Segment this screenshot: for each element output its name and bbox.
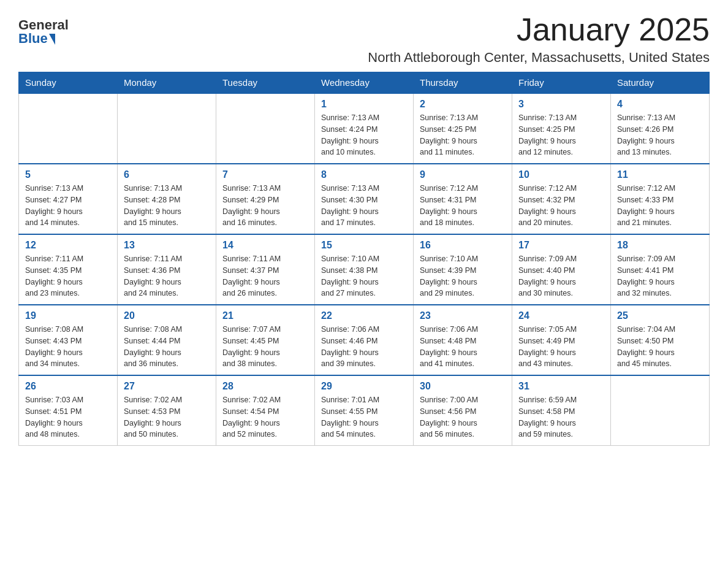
day-info: Sunrise: 7:13 AM Sunset: 4:28 PM Dayligh… [124,183,210,229]
day-number: 17 [518,240,604,251]
calendar-cell: 21Sunrise: 7:07 AM Sunset: 4:45 PM Dayli… [216,305,315,375]
weekday-header-thursday: Thursday [414,72,512,94]
day-number: 26 [25,381,111,392]
day-info: Sunrise: 7:02 AM Sunset: 4:54 PM Dayligh… [222,394,308,440]
day-info: Sunrise: 7:11 AM Sunset: 4:37 PM Dayligh… [222,253,308,299]
calendar-cell: 9Sunrise: 7:12 AM Sunset: 4:31 PM Daylig… [414,164,512,234]
page-title: January 2025 [81,12,710,47]
day-info: Sunrise: 7:09 AM Sunset: 4:40 PM Dayligh… [518,253,604,299]
calendar-table: SundayMondayTuesdayWednesdayThursdayFrid… [18,72,710,446]
day-number: 6 [124,169,210,180]
day-number: 3 [518,99,604,110]
calendar-cell: 17Sunrise: 7:09 AM Sunset: 4:40 PM Dayli… [512,234,611,305]
day-info: Sunrise: 7:05 AM Sunset: 4:49 PM Dayligh… [518,324,604,370]
day-info: Sunrise: 7:09 AM Sunset: 4:41 PM Dayligh… [617,253,703,299]
subtitle: North Attleborough Center, Massachusetts… [81,50,710,66]
day-number: 16 [420,240,506,251]
logo: General Blue [18,18,69,45]
day-number: 21 [222,310,308,321]
calendar-cell: 26Sunrise: 7:03 AM Sunset: 4:51 PM Dayli… [19,375,118,446]
day-info: Sunrise: 7:03 AM Sunset: 4:51 PM Dayligh… [25,394,111,440]
calendar-cell: 20Sunrise: 7:08 AM Sunset: 4:44 PM Dayli… [118,305,216,375]
day-info: Sunrise: 6:59 AM Sunset: 4:58 PM Dayligh… [518,394,604,440]
day-number: 11 [617,169,703,180]
day-info: Sunrise: 7:08 AM Sunset: 4:44 PM Dayligh… [124,324,210,370]
day-info: Sunrise: 7:11 AM Sunset: 4:36 PM Dayligh… [124,253,210,299]
calendar-cell: 31Sunrise: 6:59 AM Sunset: 4:58 PM Dayli… [512,375,611,446]
weekday-header-monday: Monday [118,72,216,94]
day-info: Sunrise: 7:01 AM Sunset: 4:55 PM Dayligh… [321,394,407,440]
weekday-header-saturday: Saturday [611,72,710,94]
calendar-cell: 3Sunrise: 7:13 AM Sunset: 4:25 PM Daylig… [512,93,611,164]
day-info: Sunrise: 7:10 AM Sunset: 4:39 PM Dayligh… [420,253,506,299]
calendar-cell [611,375,710,446]
day-info: Sunrise: 7:08 AM Sunset: 4:43 PM Dayligh… [25,324,111,370]
calendar-cell: 30Sunrise: 7:00 AM Sunset: 4:56 PM Dayli… [414,375,512,446]
day-number: 12 [25,240,111,251]
day-number: 19 [25,310,111,321]
week-row-4: 19Sunrise: 7:08 AM Sunset: 4:43 PM Dayli… [19,305,710,375]
calendar-cell: 7Sunrise: 7:13 AM Sunset: 4:29 PM Daylig… [216,164,315,234]
calendar-cell: 10Sunrise: 7:12 AM Sunset: 4:32 PM Dayli… [512,164,611,234]
calendar-cell: 8Sunrise: 7:13 AM Sunset: 4:30 PM Daylig… [315,164,414,234]
day-number: 8 [321,169,407,180]
day-info: Sunrise: 7:13 AM Sunset: 4:25 PM Dayligh… [518,112,604,158]
day-info: Sunrise: 7:04 AM Sunset: 4:50 PM Dayligh… [617,324,703,370]
day-number: 18 [617,240,703,251]
day-number: 4 [617,99,703,110]
day-number: 28 [222,381,308,392]
calendar-cell: 24Sunrise: 7:05 AM Sunset: 4:49 PM Dayli… [512,305,611,375]
day-info: Sunrise: 7:06 AM Sunset: 4:46 PM Dayligh… [321,324,407,370]
week-row-1: 1Sunrise: 7:13 AM Sunset: 4:24 PM Daylig… [19,93,710,164]
day-info: Sunrise: 7:13 AM Sunset: 4:30 PM Dayligh… [321,183,407,229]
title-block: January 2025 North Attleborough Center, … [81,12,710,66]
day-info: Sunrise: 7:07 AM Sunset: 4:45 PM Dayligh… [222,324,308,370]
day-info: Sunrise: 7:11 AM Sunset: 4:35 PM Dayligh… [25,253,111,299]
calendar-cell: 18Sunrise: 7:09 AM Sunset: 4:41 PM Dayli… [611,234,710,305]
day-info: Sunrise: 7:13 AM Sunset: 4:29 PM Dayligh… [222,183,308,229]
day-number: 31 [518,381,604,392]
calendar-cell: 2Sunrise: 7:13 AM Sunset: 4:25 PM Daylig… [414,93,512,164]
day-info: Sunrise: 7:13 AM Sunset: 4:27 PM Dayligh… [25,183,111,229]
calendar-cell: 13Sunrise: 7:11 AM Sunset: 4:36 PM Dayli… [118,234,216,305]
calendar-cell: 25Sunrise: 7:04 AM Sunset: 4:50 PM Dayli… [611,305,710,375]
day-number: 29 [321,381,407,392]
calendar-cell: 16Sunrise: 7:10 AM Sunset: 4:39 PM Dayli… [414,234,512,305]
calendar-cell: 12Sunrise: 7:11 AM Sunset: 4:35 PM Dayli… [19,234,118,305]
day-info: Sunrise: 7:12 AM Sunset: 4:32 PM Dayligh… [518,183,604,229]
calendar-cell: 6Sunrise: 7:13 AM Sunset: 4:28 PM Daylig… [118,164,216,234]
weekday-header-sunday: Sunday [19,72,118,94]
calendar-cell: 5Sunrise: 7:13 AM Sunset: 4:27 PM Daylig… [19,164,118,234]
calendar-cell [118,93,216,164]
weekday-header-tuesday: Tuesday [216,72,315,94]
calendar-cell [216,93,315,164]
day-number: 10 [518,169,604,180]
calendar-cell: 28Sunrise: 7:02 AM Sunset: 4:54 PM Dayli… [216,375,315,446]
logo-blue-text: Blue [18,32,48,45]
day-info: Sunrise: 7:06 AM Sunset: 4:48 PM Dayligh… [420,324,506,370]
day-number: 2 [420,99,506,110]
day-number: 24 [518,310,604,321]
header: General Blue January 2025 North Attlebor… [18,12,710,66]
day-number: 14 [222,240,308,251]
day-number: 30 [420,381,506,392]
day-info: Sunrise: 7:12 AM Sunset: 4:33 PM Dayligh… [617,183,703,229]
day-number: 23 [420,310,506,321]
day-number: 9 [420,169,506,180]
calendar-cell [19,93,118,164]
calendar-cell: 22Sunrise: 7:06 AM Sunset: 4:46 PM Dayli… [315,305,414,375]
day-info: Sunrise: 7:00 AM Sunset: 4:56 PM Dayligh… [420,394,506,440]
logo-triangle-icon [49,34,55,45]
weekday-header-wednesday: Wednesday [315,72,414,94]
calendar-cell: 14Sunrise: 7:11 AM Sunset: 4:37 PM Dayli… [216,234,315,305]
day-number: 5 [25,169,111,180]
calendar-cell: 11Sunrise: 7:12 AM Sunset: 4:33 PM Dayli… [611,164,710,234]
day-info: Sunrise: 7:13 AM Sunset: 4:26 PM Dayligh… [617,112,703,158]
day-number: 20 [124,310,210,321]
day-number: 27 [124,381,210,392]
day-number: 7 [222,169,308,180]
calendar-cell: 15Sunrise: 7:10 AM Sunset: 4:38 PM Dayli… [315,234,414,305]
day-number: 25 [617,310,703,321]
day-number: 15 [321,240,407,251]
day-info: Sunrise: 7:10 AM Sunset: 4:38 PM Dayligh… [321,253,407,299]
